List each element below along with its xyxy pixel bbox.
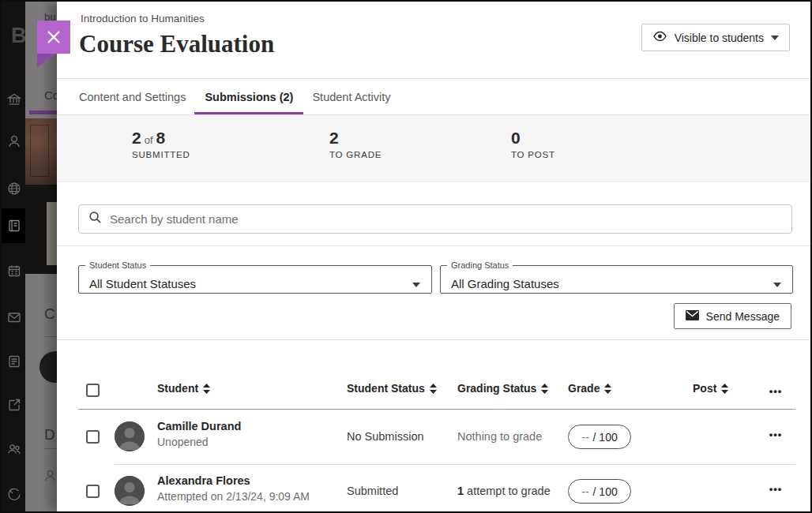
search-icon [88, 211, 102, 227]
student-name-link[interactable]: Camille Durand [157, 420, 241, 432]
close-icon [46, 29, 62, 45]
submissions-table-header: Student Student Status Grading Status Gr… [57, 371, 812, 409]
stat-to-post-label: TO POST [511, 150, 555, 159]
send-message-label: Send Message [706, 310, 780, 323]
chevron-down-icon [773, 283, 781, 287]
institution-icon[interactable] [7, 92, 21, 107]
background-heading-fragment: C [44, 305, 55, 323]
student-sub-status: Unopened [157, 436, 209, 448]
tab-student-activity[interactable]: Student Activity [311, 79, 391, 115]
grading-status-cell: 1 attempt to grade [457, 485, 551, 497]
stat-submitted-label: SUBMITTED [132, 150, 190, 159]
sort-icon [541, 384, 548, 394]
profile-icon[interactable] [7, 134, 21, 148]
grade-pill[interactable]: -- / 100 [568, 425, 631, 449]
grades-icon[interactable] [7, 354, 21, 369]
stat-submitted-value: 2 [132, 129, 141, 147]
column-header-post[interactable]: Post [693, 382, 728, 395]
student-search [78, 204, 792, 234]
student-status-cell: No Submission [347, 430, 424, 443]
avatar [115, 421, 145, 451]
table-row: Alexandra Flores Attempted on 2/13/24, 9… [57, 464, 812, 511]
background-details-fragment: D [44, 426, 55, 444]
envelope-icon [686, 310, 699, 323]
visibility-label: Visible to students [675, 32, 764, 44]
student-sub-status: Attempted on 2/13/24, 9:09 AM [157, 490, 310, 503]
stat-to-grade-label: TO GRADE [329, 150, 382, 159]
background-avatar [39, 351, 57, 383]
stat-submitted: 2of8 SUBMITTED [132, 129, 190, 159]
background-divider [44, 336, 57, 337]
eye-icon [652, 30, 667, 45]
grade-pill[interactable]: -- / 100 [568, 479, 631, 504]
calendar-icon[interactable] [7, 264, 21, 278]
background-tab-fragment: Co [44, 88, 57, 102]
background-tab-underline [29, 110, 57, 114]
student-status-filter-label: Student Status [85, 260, 150, 270]
close-panel-button[interactable] [37, 21, 70, 54]
student-status-filter-value: All Student Statuses [89, 277, 196, 290]
close-bubble-tail [37, 54, 57, 67]
courses-icon[interactable] [7, 219, 21, 233]
tab-bar: Content and Settings Submissions (2) Stu… [78, 79, 392, 115]
sort-icon [604, 384, 611, 394]
stat-to-grade-value: 2 [329, 129, 382, 148]
row-overflow-menu-icon[interactable] [765, 429, 786, 440]
brand-logo: B [11, 24, 27, 48]
stat-to-post-value: 0 [511, 129, 555, 148]
sort-icon [721, 384, 728, 394]
select-all-checkbox[interactable] [86, 384, 100, 397]
column-header-student-status[interactable]: Student Status [347, 382, 437, 395]
stat-to-post: 0 TO POST [511, 129, 555, 159]
sign-out-icon[interactable] [7, 487, 21, 501]
student-name-link[interactable]: Alexandra Flores [157, 474, 250, 487]
sort-icon [203, 384, 210, 394]
grading-status-filter-value: All Grading Statuses [451, 277, 559, 290]
background-card [47, 202, 57, 265]
visibility-dropdown-button[interactable]: Visible to students [641, 24, 790, 51]
stat-submitted-total: 8 [156, 129, 166, 147]
breadcrumb: Introduction to Humanities [81, 13, 205, 24]
grading-status-filter[interactable]: Grading Status All Grading Statuses [440, 260, 793, 294]
row-overflow-menu-icon[interactable] [765, 483, 786, 495]
student-status-cell: Submitted [347, 485, 398, 497]
table-overflow-menu-icon[interactable] [765, 385, 786, 397]
send-message-button[interactable]: Send Message [674, 303, 791, 329]
table-row: Camille Durand Unopened No Submission No… [57, 410, 812, 464]
activity-icon[interactable] [7, 398, 21, 412]
grading-status-filter-label: Grading Status [447, 260, 513, 270]
column-header-grade[interactable]: Grade [568, 382, 611, 395]
course-evaluation-panel: Introduction to Humanities Course Evalua… [57, 2, 812, 511]
background-divider-2 [44, 448, 57, 449]
chevron-down-icon [771, 36, 779, 40]
tab-submissions[interactable]: Submissions (2) [204, 79, 294, 115]
avatar [115, 476, 145, 506]
tab-content-and-settings[interactable]: Content and Settings [78, 79, 186, 115]
background-person-icon [43, 469, 57, 485]
stats-bar: 2of8 SUBMITTED 2 TO GRADE 0 TO POST [57, 115, 812, 182]
filters-divider [57, 339, 812, 340]
student-status-filter[interactable]: Student Status All Student Statuses [78, 260, 432, 294]
dimmed-background-page: bu Co C D [25, 2, 57, 511]
stat-to-grade: 2 TO GRADE [329, 129, 382, 159]
sort-icon [430, 384, 437, 394]
base-navigation: B [2, 2, 25, 511]
page-title: Course Evaluation [79, 30, 274, 58]
grading-status-cell: Nothing to grade [457, 430, 542, 443]
globe-icon[interactable] [7, 182, 21, 196]
background-banner-image [25, 118, 57, 185]
column-header-grading-status[interactable]: Grading Status [457, 382, 548, 395]
search-divider [57, 245, 812, 246]
groups-icon[interactable] [7, 442, 21, 456]
search-input[interactable] [110, 212, 782, 226]
row-checkbox[interactable] [86, 485, 100, 498]
messages-icon[interactable] [7, 310, 21, 324]
chevron-down-icon [412, 283, 420, 287]
row-checkbox[interactable] [86, 430, 100, 444]
background-content-image [25, 185, 57, 274]
column-header-student[interactable]: Student [157, 382, 210, 395]
app-window: B [0, 0, 812, 513]
